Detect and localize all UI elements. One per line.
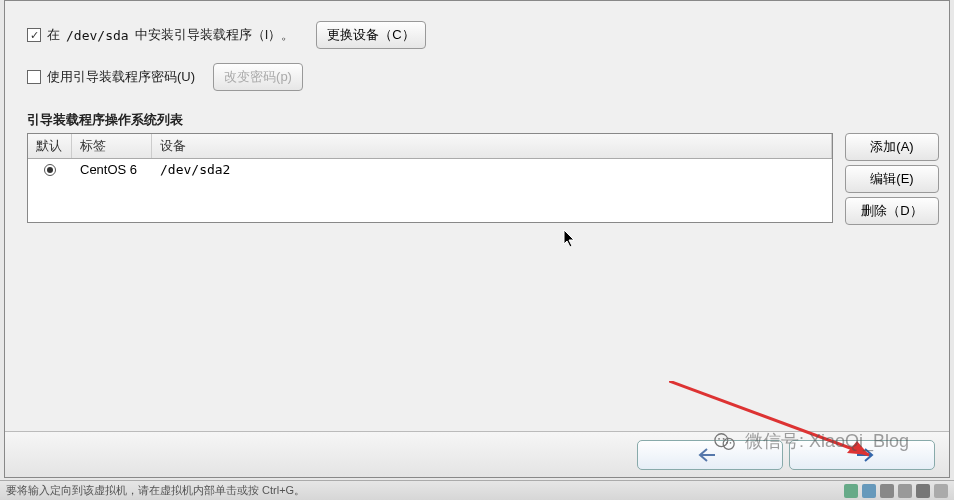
tray-icon[interactable] xyxy=(916,484,930,498)
th-default[interactable]: 默认 xyxy=(28,134,72,158)
install-bootloader-row: ✓ 在 /dev/sda 中安装引导装载程序（I）。 更换设备（C） xyxy=(27,21,939,49)
content-area: ✓ 在 /dev/sda 中安装引导装载程序（I）。 更换设备（C） 使用引导装… xyxy=(27,1,939,477)
arrow-left-icon xyxy=(698,448,716,462)
edit-button[interactable]: 编辑(E) xyxy=(845,165,939,193)
table-side-buttons: 添加(A) 编辑(E) 删除（D） xyxy=(845,133,939,225)
change-device-button[interactable]: 更换设备（C） xyxy=(316,21,425,49)
arrow-right-icon xyxy=(856,448,874,462)
tray-icon[interactable] xyxy=(934,484,948,498)
installer-dialog: ✓ 在 /dev/sda 中安装引导装载程序（I）。 更换设备（C） 使用引导装… xyxy=(4,0,950,478)
os-table: 默认 标签 设备 CentOS 6 /dev/sda2 xyxy=(27,133,833,223)
row-label: CentOS 6 xyxy=(72,159,152,180)
th-device[interactable]: 设备 xyxy=(152,134,832,158)
password-label: 使用引导装载程序密码(U) xyxy=(47,68,195,86)
install-label-post: 中安装引导装载程序（I）。 xyxy=(135,26,295,44)
row-device: /dev/sda2 xyxy=(152,159,832,180)
table-row[interactable]: CentOS 6 /dev/sda2 xyxy=(28,159,832,180)
footer-bar xyxy=(5,431,949,477)
default-radio[interactable] xyxy=(44,164,56,176)
install-bootloader-checkbox[interactable]: ✓ xyxy=(27,28,41,42)
vm-statusbar: 要将输入定向到该虚拟机，请在虚拟机内部单击或按 Ctrl+G。 xyxy=(0,480,954,500)
add-button[interactable]: 添加(A) xyxy=(845,133,939,161)
delete-button[interactable]: 删除（D） xyxy=(845,197,939,225)
install-label-pre: 在 xyxy=(47,26,60,44)
change-password-button: 改变密码(p) xyxy=(213,63,303,91)
bootloader-password-checkbox[interactable] xyxy=(27,70,41,84)
tray-icons xyxy=(844,484,948,498)
next-button[interactable] xyxy=(789,440,935,470)
bootloader-password-row: 使用引导装载程序密码(U) 改变密码(p) xyxy=(27,63,939,91)
status-hint: 要将输入定向到该虚拟机，请在虚拟机内部单击或按 Ctrl+G。 xyxy=(6,483,305,498)
back-button[interactable] xyxy=(637,440,783,470)
cursor-icon xyxy=(563,229,577,249)
os-list-area: 默认 标签 设备 CentOS 6 /dev/sda2 添加(A) 编辑(E) … xyxy=(27,133,939,225)
os-list-title: 引导装载程序操作系统列表 xyxy=(27,111,939,129)
tray-icon[interactable] xyxy=(862,484,876,498)
tray-icon[interactable] xyxy=(844,484,858,498)
tray-icon[interactable] xyxy=(898,484,912,498)
table-header: 默认 标签 设备 xyxy=(28,134,832,159)
th-label[interactable]: 标签 xyxy=(72,134,152,158)
install-device-path: /dev/sda xyxy=(66,28,129,43)
tray-icon[interactable] xyxy=(880,484,894,498)
